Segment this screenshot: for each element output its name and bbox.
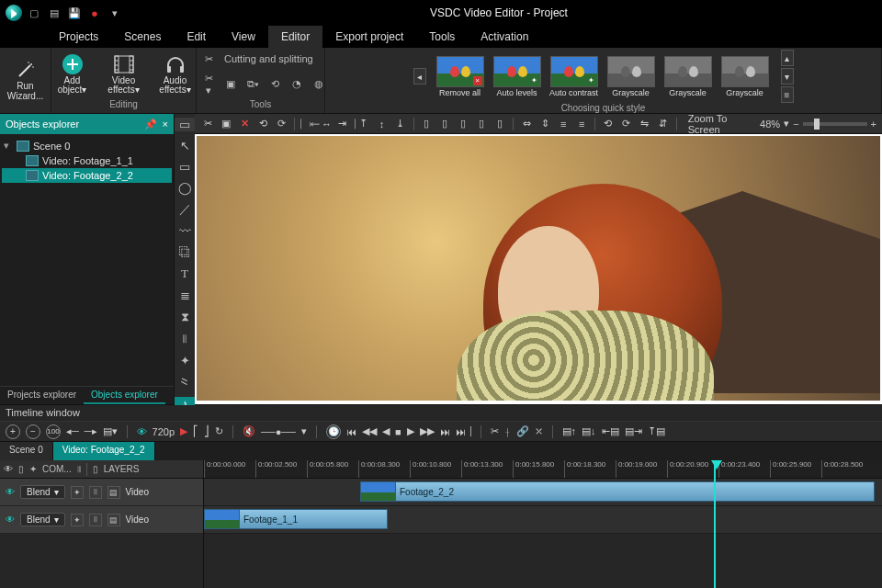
zoom-to-screen-button[interactable]: Zoom To Screen bbox=[688, 113, 747, 135]
track1-eye-icon[interactable]: 👁 bbox=[6, 514, 15, 525]
tool-ellipse-icon[interactable]: ◯ bbox=[175, 181, 195, 195]
pt-undo-icon[interactable]: ⟲ bbox=[255, 118, 270, 130]
timeline-tab-video[interactable]: Video: Footage_2_2 bbox=[53, 442, 155, 460]
tool-counter-icon[interactable]: ⧗ bbox=[175, 310, 195, 324]
pt-align-hmid-icon[interactable]: ↔ bbox=[320, 119, 334, 130]
cut-tool-icon[interactable]: ✂▾ bbox=[202, 73, 215, 96]
tl-order-top-icon[interactable]: ⤒▤ bbox=[648, 425, 665, 437]
tl-order-right-icon[interactable]: ▤⇥ bbox=[625, 425, 642, 437]
pt-dist-1-icon[interactable]: ⇔ bbox=[519, 118, 534, 130]
tool-audio-spectrum-icon[interactable]: ⫴ bbox=[175, 332, 195, 346]
pt-flip-h-icon[interactable]: ⇋ bbox=[638, 118, 652, 130]
tl-play2-icon[interactable]: ▶ bbox=[407, 425, 414, 437]
style-more-button[interactable]: ≡ bbox=[781, 86, 794, 103]
style-grayscale-1[interactable]: Grayscale bbox=[605, 56, 658, 97]
tool-tooltip-icon[interactable]: ≣ bbox=[175, 288, 195, 302]
tl-mute-icon[interactable]: 🔇 bbox=[243, 425, 255, 437]
crop-tool-icon[interactable]: ▣ bbox=[224, 78, 237, 90]
pt-flip-v-icon[interactable]: ⇵ bbox=[656, 118, 671, 130]
track1-film-icon[interactable]: ▤ bbox=[107, 514, 120, 526]
pt-align-1-icon[interactable]: ▯ bbox=[419, 118, 434, 130]
tool-animation-icon[interactable]: ✦ bbox=[175, 354, 195, 368]
menu-editor[interactable]: Editor bbox=[268, 26, 322, 48]
audio-effects-button[interactable]: Audio effects▾ bbox=[153, 54, 198, 96]
pt-align-4-icon[interactable]: ▯ bbox=[474, 118, 489, 130]
tl-markin-icon[interactable]: ⎡ bbox=[193, 425, 198, 437]
trim-tool-icon[interactable]: ⧉▾ bbox=[246, 78, 259, 90]
pt-align-3-icon[interactable]: ▯ bbox=[456, 118, 470, 130]
style-auto-contrast[interactable]: ✦Auto contrast bbox=[548, 56, 601, 97]
tl-end-icon[interactable]: ⏭⎹ bbox=[456, 426, 471, 437]
hdr-lock-icon[interactable]: ▯ bbox=[18, 464, 24, 474]
tracks-lanes[interactable]: 0:00:00.0000:00:02.5000:00:05.8000:00:08… bbox=[204, 460, 882, 588]
preview-canvas[interactable] bbox=[195, 134, 882, 404]
style-prev-button[interactable]: ◂ bbox=[413, 68, 426, 85]
tool-free-icon[interactable]: 〰 bbox=[175, 224, 195, 238]
style-down-button[interactable]: ▾ bbox=[781, 68, 794, 85]
collapse-icon[interactable]: ▾ bbox=[4, 140, 13, 152]
style-grayscale-2[interactable]: Grayscale bbox=[662, 56, 715, 97]
tl-unlink-icon[interactable]: ⤫ bbox=[535, 425, 543, 437]
tool-chart-icon[interactable]: ⿻ bbox=[175, 245, 195, 259]
qat-open-icon[interactable]: ▤ bbox=[48, 7, 61, 19]
zoom-slider[interactable]: − + bbox=[793, 119, 876, 130]
style-grayscale-3[interactable]: Grayscale bbox=[718, 56, 772, 97]
menu-view[interactable]: View bbox=[219, 26, 268, 48]
tl-more-dropdown[interactable]: ▤▾ bbox=[103, 425, 118, 437]
pt-rotate-l-icon[interactable]: ⟲ bbox=[601, 118, 616, 130]
qat-record-icon[interactable]: ● bbox=[88, 6, 101, 20]
tl-order-up-icon[interactable]: ▤↑ bbox=[562, 425, 577, 437]
tl-resolution[interactable]: 720p bbox=[153, 426, 175, 437]
zoom-in-icon[interactable]: + bbox=[871, 119, 876, 130]
tl-gostart-icon[interactable]: ⏮ bbox=[346, 426, 356, 437]
clip-footage-1-1[interactable]: Footage_1_1 bbox=[204, 509, 388, 529]
tree-scene[interactable]: ▾ Scene 0 bbox=[2, 138, 172, 153]
tool-text-icon[interactable]: T bbox=[175, 266, 195, 281]
run-wizard-button[interactable]: Run Wizard... bbox=[4, 60, 48, 101]
zoom-value[interactable]: 48% bbox=[760, 119, 780, 130]
cutting-splitting-button[interactable]: ✂ Cutting and splitting bbox=[202, 53, 313, 65]
menu-export[interactable]: Export project bbox=[322, 26, 416, 48]
style-auto-levels[interactable]: ✦Auto levels bbox=[491, 56, 544, 97]
close-panel-icon[interactable]: × bbox=[163, 119, 168, 130]
pt-copy-icon[interactable]: ▣ bbox=[219, 118, 233, 130]
tl-razor-icon[interactable]: ⟊ bbox=[504, 426, 511, 437]
qat-new-icon[interactable]: ▢ bbox=[28, 7, 40, 19]
menu-scenes[interactable]: Scenes bbox=[111, 26, 174, 48]
add-object-button[interactable]: Add object▾ bbox=[51, 54, 95, 96]
speed-tool-icon[interactable]: ◔ bbox=[290, 78, 303, 90]
playhead[interactable] bbox=[714, 460, 716, 588]
tool-rect-icon[interactable]: ▭ bbox=[175, 160, 195, 174]
tree-item-1[interactable]: Video: Footage_2_2 bbox=[2, 168, 172, 183]
tl-zoomout-icon[interactable]: ◂─ bbox=[66, 425, 79, 437]
pt-align-left-icon[interactable]: ⎸⇤ bbox=[300, 118, 316, 130]
menu-projects[interactable]: Projects bbox=[46, 26, 111, 48]
style-remove-all[interactable]: ×Remove all bbox=[434, 56, 487, 97]
pt-align-top-icon[interactable]: ⤒ bbox=[356, 118, 371, 130]
pt-dist-2-icon[interactable]: ⇕ bbox=[537, 118, 552, 130]
tl-rew-icon[interactable]: ◀◀ bbox=[362, 425, 377, 437]
zoom-out-icon[interactable]: − bbox=[793, 119, 798, 130]
tl-goend-icon[interactable]: ⏭ bbox=[440, 426, 450, 437]
tl-link-icon[interactable]: 🔗 bbox=[516, 425, 529, 437]
stabilize-tool-icon[interactable]: ◍ bbox=[312, 78, 325, 90]
track0-wave-icon[interactable]: ⫴ bbox=[89, 486, 102, 499]
tl-vol-dropdown[interactable]: ▾ bbox=[301, 425, 307, 437]
tool-sprite-icon[interactable]: ⺀ bbox=[175, 375, 195, 390]
tool-cursor-icon[interactable]: ↖ bbox=[175, 139, 195, 153]
lane-1[interactable]: Footage_1_1 bbox=[204, 506, 882, 534]
track-row-1[interactable]: 👁 Blend ▾ ✦ ⫴ ▤ Video bbox=[0, 506, 203, 534]
track0-eye-icon[interactable]: 👁 bbox=[6, 487, 15, 497]
pt-dist-4-icon[interactable]: ≡ bbox=[574, 119, 589, 130]
timeline-tab-scene[interactable]: Scene 0 bbox=[0, 442, 53, 460]
hdr-thumb-icon[interactable]: ▯ bbox=[93, 464, 98, 474]
menu-edit[interactable]: Edit bbox=[174, 26, 219, 48]
track1-wave-icon[interactable]: ⫴ bbox=[89, 514, 102, 526]
pt-dist-3-icon[interactable]: ≡ bbox=[556, 119, 571, 130]
hdr-wave-icon[interactable]: ⫴ bbox=[77, 464, 81, 475]
tl-remove-button[interactable]: − bbox=[26, 424, 40, 439]
tl-order-left-icon[interactable]: ⇤▤ bbox=[602, 425, 619, 437]
tl-visibility-icon[interactable]: 👁 bbox=[137, 426, 147, 437]
tl-markout-icon[interactable]: ⎦ bbox=[204, 425, 209, 437]
pt-cut-icon[interactable]: ✂ bbox=[200, 118, 215, 130]
